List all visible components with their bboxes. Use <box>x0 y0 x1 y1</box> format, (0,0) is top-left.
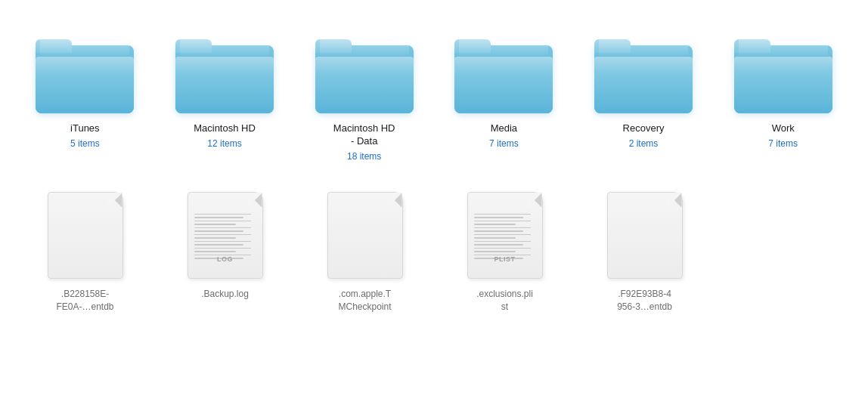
folder-item-work[interactable]: Work 7 items <box>713 23 853 169</box>
folder-icon <box>175 30 274 113</box>
folder-count: 18 items <box>347 151 381 162</box>
folder-name: Macintosh HD <box>194 122 256 135</box>
file-item-b228158e[interactable]: .B228158E-FE0A-…entdb <box>15 184 155 321</box>
folder-icon <box>36 30 134 113</box>
file-name: .exclusions.plist <box>476 288 533 314</box>
folder-name: Work <box>772 122 795 135</box>
file-item-exclusions-plist[interactable]: PLIST .exclusions.plist <box>435 184 575 321</box>
file-item-backup-log[interactable]: LOG .Backup.log <box>155 184 295 321</box>
file-icon: PLIST <box>467 192 543 279</box>
file-name: .F92E93B8-4956-3…entdb <box>617 288 672 314</box>
folder-icon <box>315 30 414 113</box>
folder-name: Media <box>491 122 517 135</box>
file-item-f92e93b8[interactable]: .F92E93B8-4956-3…entdb <box>575 184 715 321</box>
folder-icon <box>594 30 693 113</box>
file-icon <box>48 192 123 279</box>
folder-item-macintosh-hd-data[interactable]: Macintosh HD- Data 18 items <box>294 23 434 169</box>
file-item-tmcheckpoint[interactable]: .com.apple.TMCheckpoint <box>295 184 435 321</box>
folder-count: 7 items <box>489 138 519 149</box>
folder-icon <box>454 30 553 113</box>
folder-item-media[interactable]: Media 7 items <box>434 23 574 169</box>
folder-item-recovery[interactable]: Recovery 2 items <box>574 23 714 169</box>
folder-icon <box>734 30 832 113</box>
file-icon <box>327 192 403 279</box>
file-icon <box>607 192 683 279</box>
file-name: .com.apple.TMCheckpoint <box>338 288 391 314</box>
folder-count: 5 items <box>70 138 100 149</box>
file-name: .Backup.log <box>201 288 249 301</box>
folder-count: 2 items <box>629 138 659 149</box>
folder-name: Macintosh HD- Data <box>333 122 395 148</box>
file-name: .B228158E-FE0A-…entdb <box>56 288 113 314</box>
file-icon: LOG <box>188 192 263 279</box>
folder-name: iTunes <box>70 122 100 135</box>
folder-item-macintosh-hd[interactable]: Macintosh HD 12 items <box>155 23 295 169</box>
folder-count: 7 items <box>768 138 798 149</box>
folder-count: 12 items <box>207 138 241 149</box>
folder-item-itunes[interactable]: iTunes 5 items <box>15 23 155 169</box>
folder-name: Recovery <box>623 122 665 135</box>
